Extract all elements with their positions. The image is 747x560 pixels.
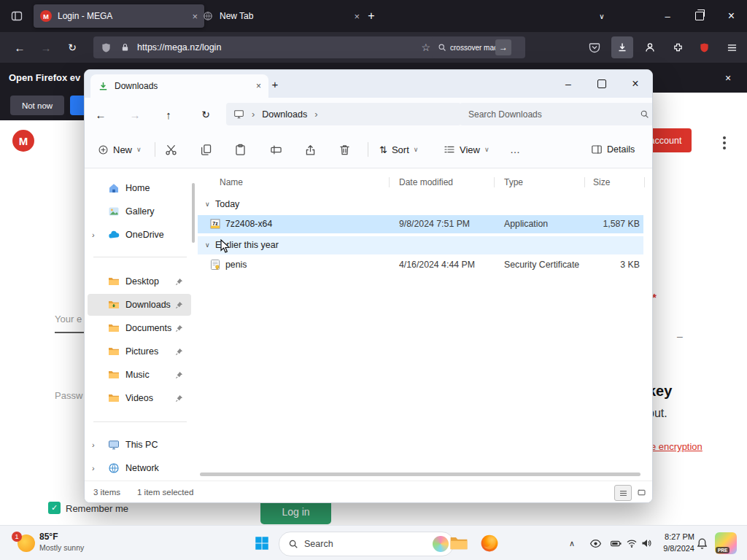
sidebar-item-desktop[interactable]: Desktop	[88, 271, 191, 292]
downloads-icon[interactable]	[611, 36, 633, 58]
details-view-toggle[interactable]	[614, 485, 632, 501]
back-button[interactable]: ←	[9, 36, 31, 58]
chevron-right-icon[interactable]: ›	[92, 464, 95, 472]
encryption-link[interactable]: e encryption	[651, 441, 703, 452]
remember-me-checkbox[interactable]: ✓	[48, 502, 61, 514]
search-go-button[interactable]: →	[495, 39, 511, 55]
url-bar[interactable]: https://mega.nz/login ☆	[93, 36, 438, 58]
explorer-minimize-button[interactable]: –	[551, 70, 585, 98]
sidebar-item-documents[interactable]: Documents	[88, 317, 191, 339]
tray-chevron-up-icon[interactable]: ∧	[563, 534, 581, 552]
search-query-text[interactable]: crossover mac dow	[450, 44, 495, 52]
column-divider[interactable]	[389, 177, 390, 187]
shield-icon[interactable]	[101, 42, 112, 53]
account-icon[interactable]	[639, 36, 661, 58]
tray-app-icon-pre[interactable]: PRE	[715, 532, 737, 554]
sidebar-item-gallery[interactable]: Gallery	[88, 201, 191, 222]
window-minimize-button[interactable]: –	[651, 0, 684, 32]
forward-button[interactable]: →	[35, 36, 57, 58]
column-type[interactable]: Type	[504, 177, 523, 187]
sort-button[interactable]: ⇅ Sort ∨	[374, 138, 424, 161]
battery-icon[interactable]	[607, 534, 624, 552]
explorer-refresh-button[interactable]: ↻	[194, 103, 217, 126]
sidebar-item-network[interactable]: › Network	[88, 457, 191, 479]
horizontal-scrollbar[interactable]	[200, 472, 640, 476]
column-size[interactable]: Size	[593, 177, 610, 187]
group-header-earlier-this-year[interactable]: ∨ Earlier this year	[198, 236, 643, 254]
more-options-button[interactable]: …	[503, 138, 527, 161]
copy-button[interactable]	[194, 138, 217, 161]
delete-button[interactable]	[333, 138, 356, 161]
sidebar-scrollbar[interactable]	[192, 183, 195, 243]
sidebar-item-pictures[interactable]: Pictures	[88, 341, 191, 362]
taskbar-clock[interactable]: 8:27 PM 9/8/2024	[651, 531, 694, 554]
explorer-maximize-button[interactable]	[585, 70, 619, 98]
taskbar-file-explorer-icon[interactable]	[446, 531, 471, 556]
explorer-close-button[interactable]: ×	[619, 70, 652, 98]
explorer-new-tab-button[interactable]: +	[264, 70, 286, 98]
folder-icon	[108, 392, 120, 404]
tray-eye-icon[interactable]	[587, 534, 604, 552]
search-bar[interactable]: crossover mac dow →	[432, 36, 525, 58]
explorer-tab-downloads[interactable]: Downloads ×	[90, 74, 268, 98]
bookmark-star-icon[interactable]: ☆	[421, 42, 430, 53]
tab-list-chevron-icon[interactable]: ∨	[592, 7, 611, 26]
extensions-puzzle-icon[interactable]	[667, 36, 689, 58]
new-button[interactable]: New ∨	[92, 138, 147, 161]
pocket-icon[interactable]	[584, 36, 605, 58]
column-divider[interactable]	[644, 177, 645, 187]
chevron-right-icon[interactable]: ›	[92, 440, 95, 449]
tab-close-icon[interactable]: ×	[354, 11, 360, 22]
rename-button[interactable]	[264, 138, 287, 161]
column-divider[interactable]	[494, 177, 495, 187]
explorer-back-button[interactable]: ←	[89, 103, 112, 126]
start-button[interactable]	[249, 531, 274, 556]
explorer-forward-button[interactable]: →	[123, 103, 147, 126]
paste-button[interactable]	[228, 138, 252, 161]
lock-icon[interactable]	[120, 42, 130, 52]
sidebar-item-this-pc[interactable]: › This PC	[88, 434, 191, 456]
taskbar-firefox-icon[interactable]	[477, 531, 502, 556]
mega-logo[interactable]: M	[12, 130, 34, 152]
column-divider[interactable]	[584, 177, 585, 187]
taskbar-search-box[interactable]: Search	[279, 532, 454, 556]
reload-button[interactable]: ↻	[61, 36, 83, 58]
chevron-right-icon[interactable]: ›	[92, 230, 95, 239]
sidebar-item-home[interactable]: Home	[88, 177, 191, 199]
notification-close-icon[interactable]: ×	[719, 69, 737, 87]
sidebar-item-downloads[interactable]: Downloads	[88, 294, 191, 316]
file-row-penis[interactable]: penis 4/16/2024 4:44 PM Security Certifi…	[198, 256, 643, 274]
details-pane-button[interactable]: Details	[585, 138, 640, 161]
menu-hamburger-icon[interactable]	[721, 36, 743, 58]
chevron-down-icon[interactable]: ∨	[205, 236, 210, 254]
sidebar-item-onedrive[interactable]: › OneDrive	[88, 224, 191, 246]
url-text[interactable]: https://mega.nz/login	[137, 42, 421, 52]
view-button[interactable]: View ∨	[438, 138, 495, 161]
kebab-menu-icon[interactable]	[723, 136, 726, 139]
explorer-tab-close-icon[interactable]: ×	[256, 81, 261, 91]
breadcrumb[interactable]: › Downloads ›	[226, 103, 461, 125]
column-name[interactable]: Name	[220, 177, 243, 187]
window-close-button[interactable]: ×	[716, 0, 747, 32]
explorer-up-button[interactable]: ↑	[157, 103, 180, 126]
not-now-button[interactable]: Not now	[10, 96, 64, 115]
chevron-down-icon[interactable]: ∨	[205, 195, 210, 214]
column-date-modified[interactable]: Date modified	[399, 177, 453, 187]
ublock-shield-icon[interactable]	[693, 36, 715, 58]
browser-tab-newtab[interactable]: New Tab ×	[196, 4, 366, 28]
sidebar-item-music[interactable]: Music	[88, 364, 191, 386]
weather-widget[interactable]: 1 85°F Mostly sunny	[4, 527, 121, 559]
file-row-7z2408-x64[interactable]: 7z 7z2408-x64 9/8/2024 7:51 PM Applicati…	[198, 215, 643, 233]
window-restore-button[interactable]	[684, 0, 716, 32]
firefox-view-icon[interactable]	[7, 7, 26, 25]
group-header-today[interactable]: ∨ Today	[198, 195, 643, 214]
cut-button[interactable]	[159, 138, 182, 161]
explorer-search-box[interactable]: Search Downloads	[460, 103, 653, 125]
browser-tab-mega[interactable]: M Login - MEGA ×	[34, 4, 204, 28]
sidebar-item-videos[interactable]: Videos	[88, 387, 191, 409]
large-icons-view-toggle[interactable]	[633, 485, 649, 499]
notification-bell-icon[interactable]	[693, 534, 711, 552]
breadcrumb-folder[interactable]: Downloads	[262, 109, 307, 120]
new-tab-button[interactable]: +	[362, 7, 381, 26]
share-button[interactable]	[298, 138, 322, 161]
